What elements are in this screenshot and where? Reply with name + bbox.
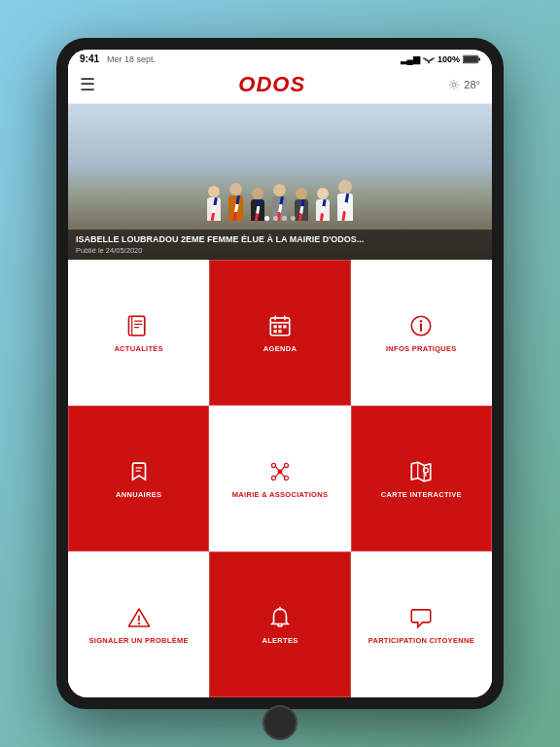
warning-icon	[126, 605, 152, 630]
svg-rect-25	[273, 330, 276, 333]
svg-rect-3	[464, 56, 477, 62]
actualites-label: ACTUALITÉS	[114, 344, 163, 353]
dot-3	[282, 216, 287, 221]
temperature: 28°	[464, 79, 480, 90]
bookmark-icon	[126, 459, 152, 484]
signal-icon: ▂▄▆	[401, 54, 420, 64]
status-bar: 9:41 Mer 18 sept. ▂▄▆ 100%	[68, 50, 492, 68]
menu-item-annuaires[interactable]: ANNUAIRES	[68, 406, 209, 551]
dot-1	[264, 216, 269, 221]
menu-item-signaler[interactable]: SIGNALER UN PROBLÈME	[68, 551, 209, 697]
menu-item-carte[interactable]: CARTE INTERACTIVE	[351, 406, 492, 551]
dot-4	[291, 216, 296, 221]
svg-rect-26	[278, 330, 281, 333]
svg-line-39	[275, 473, 278, 477]
svg-rect-22	[273, 325, 276, 328]
menu-item-participation[interactable]: PARTICIPATION CITOYENNE	[351, 551, 492, 697]
signaler-label: SIGNALER UN PROBLÈME	[89, 636, 189, 645]
alertes-label: ALERTES	[262, 636, 298, 645]
agenda-label: AGENDA	[263, 344, 297, 353]
tablet-screen: 9:41 Mer 18 sept. ▂▄▆ 100%	[68, 50, 492, 697]
tablet-frame: 9:41 Mer 18 sept. ▂▄▆ 100%	[56, 38, 504, 709]
menu-item-infos[interactable]: INFOS PRATIQUES	[351, 260, 492, 406]
date: Mer 18 sept.	[107, 54, 156, 64]
svg-line-12	[457, 81, 458, 82]
sun-icon	[448, 79, 460, 90]
mairie-label: MAIRIE & ASSOCIATIONS	[232, 490, 328, 499]
hero-title: ISABELLE LOUBRADOU 2EME FEMME ÉLUE À LA …	[76, 234, 484, 245]
svg-point-46	[137, 622, 139, 623]
menu-grid: ACTUALITÉS AGENDA	[68, 260, 492, 697]
time: 9:41	[80, 53, 99, 64]
menu-item-agenda[interactable]: AGENDA	[209, 260, 350, 406]
svg-point-29	[420, 319, 422, 321]
menu-item-mairie[interactable]: MAIRIE & ASSOCIATIONS	[209, 406, 350, 551]
svg-line-40	[282, 473, 285, 477]
network-icon	[267, 459, 293, 484]
dot-2	[273, 216, 278, 221]
svg-line-37	[275, 466, 278, 470]
home-button-area	[68, 699, 492, 742]
hero-section: ISABELLE LOUBRADOU 2EME FEMME ÉLUE À LA …	[68, 104, 492, 260]
info-icon	[408, 313, 434, 338]
newspaper-icon	[126, 313, 152, 338]
svg-rect-13	[128, 316, 144, 336]
app-title: ODOS	[238, 72, 305, 97]
carte-label: CARTE INTERACTIVE	[381, 490, 462, 499]
nav-bar: ☰ ODOS 28°	[68, 68, 492, 104]
svg-rect-14	[131, 316, 144, 336]
hero-caption: ISABELLE LOUBRADOU 2EME FEMME ÉLUE À LA …	[68, 230, 492, 260]
nav-right: 28°	[448, 79, 480, 90]
hamburger-menu-button[interactable]: ☰	[80, 74, 95, 95]
svg-rect-2	[478, 57, 480, 60]
bell-icon	[267, 605, 293, 630]
participation-label: PARTICIPATION CITOYENNE	[368, 636, 474, 645]
svg-point-0	[428, 61, 430, 63]
battery-icon	[463, 54, 480, 64]
svg-line-10	[457, 87, 458, 88]
menu-item-alertes[interactable]: ALERTES	[209, 551, 350, 697]
svg-line-9	[451, 81, 452, 82]
status-left: 9:41 Mer 18 sept.	[80, 53, 156, 64]
hero-pagination	[68, 216, 492, 221]
hero-date: Publié le 24/05/2020	[76, 246, 484, 255]
menu-item-actualites[interactable]: ACTUALITÉS	[68, 260, 209, 406]
svg-rect-24	[283, 325, 286, 328]
annuaires-label: ANNUAIRES	[116, 490, 161, 499]
chat-icon	[408, 605, 434, 630]
wifi-icon	[423, 54, 435, 64]
svg-rect-23	[278, 325, 281, 328]
infos-label: INFOS PRATIQUES	[386, 344, 457, 353]
svg-line-38	[282, 466, 285, 470]
svg-point-4	[452, 83, 456, 87]
battery-percent: 100%	[438, 54, 460, 64]
status-right: ▂▄▆ 100%	[401, 54, 480, 64]
calendar-icon	[267, 313, 293, 338]
map-icon	[408, 459, 434, 484]
svg-line-11	[451, 87, 452, 88]
home-button[interactable]	[262, 705, 298, 740]
